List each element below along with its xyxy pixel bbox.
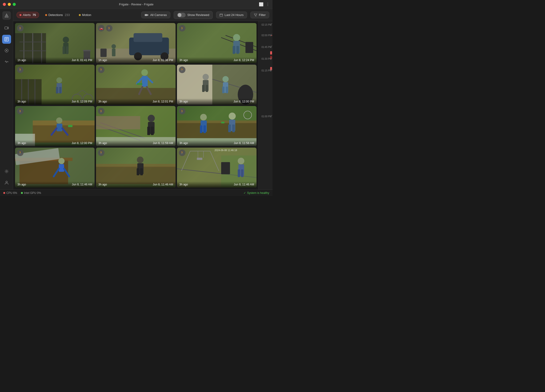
svg-rect-95 (200, 125, 202, 133)
gpu-status: Intel GPU 0% (21, 191, 41, 195)
alerts-dot (19, 14, 21, 16)
alerts-filter[interactable]: Alerts 75 (17, 12, 39, 18)
timeline-label-5: 01:15 PM (261, 69, 272, 72)
card-1-date: Jun 8, 01:41 PM (72, 59, 92, 62)
svg-rect-23 (134, 33, 162, 42)
filter-icon (254, 14, 257, 17)
video-card-12[interactable]: 2024-06-08 11:46:18 🚶 (177, 148, 256, 188)
minimize-button[interactable] (8, 3, 11, 6)
svg-text:2024-06-08 11:46:18: 2024-06-08 11:46:18 (215, 149, 237, 151)
video-card-4[interactable]: 🚶 3h ago Jun 8, 12:09 PM (15, 65, 95, 105)
svg-rect-90 (177, 123, 256, 138)
svg-rect-36 (245, 42, 253, 53)
card-1-time-ago: 1h ago (17, 59, 26, 62)
person-badge-5: 🚶 (98, 66, 105, 73)
svg-rect-130 (197, 158, 202, 160)
video-card-9[interactable]: 🚶 3h ago Jun 8, 11:58 AM (177, 106, 256, 146)
svg-point-4 (6, 50, 7, 51)
maximize-button[interactable] (13, 3, 16, 6)
svg-rect-44 (56, 87, 58, 93)
card-4-icons: 🚶 (17, 66, 24, 73)
svg-rect-68 (222, 86, 224, 93)
svg-rect-69 (226, 86, 228, 93)
svg-rect-1 (5, 27, 7, 29)
detections-filter[interactable]: Detections 233 (42, 12, 73, 18)
card-4-overlay: 3h ago Jun 8, 12:09 PM (15, 98, 95, 105)
svg-rect-64 (202, 85, 204, 92)
card-8-date: Jun 8, 11:59 AM (153, 141, 173, 145)
svg-rect-18 (66, 46, 68, 54)
camera-icon (145, 14, 149, 17)
sidebar-item-camera[interactable] (2, 24, 11, 32)
svg-rect-86 (147, 127, 150, 135)
extension-icon[interactable]: ⬜ (259, 2, 264, 6)
person-badge-2: 🚶 (106, 25, 112, 31)
card-12-overlay: 3h ago Jun 8, 11:46 AM (177, 181, 256, 187)
svg-point-107 (58, 158, 64, 164)
close-button[interactable] (3, 3, 6, 6)
card-2-overlay: 1h ago Jun 8, 01:36 PM (96, 57, 176, 63)
last-hours-button[interactable]: Last 24 Hours (216, 12, 247, 18)
svg-rect-76 (57, 124, 62, 131)
svg-rect-53 (142, 76, 148, 87)
svg-point-84 (148, 115, 155, 122)
show-reviewed-toggle[interactable] (177, 13, 186, 17)
card-2-time-ago: 1h ago (98, 59, 107, 62)
alerts-label: Alerts (23, 13, 31, 17)
calendar-icon (220, 13, 223, 17)
timeline-inner: 02:15 PM 02:00 PM 01:45 PM 01:30 PM (259, 21, 272, 189)
svg-rect-101 (221, 121, 224, 123)
card-9-time-ago: 3h ago (179, 141, 188, 145)
sidebar-item-activity[interactable] (2, 57, 11, 66)
card-5-time-ago: 3h ago (98, 100, 107, 103)
svg-point-52 (141, 69, 148, 76)
video-card-2[interactable]: 🚗 🚶 1h ago Jun 8, 01:36 PM (96, 23, 176, 63)
sidebar-item-settings[interactable] (2, 167, 11, 176)
timeline-sidebar: 02:15 PM 02:00 PM 01:45 PM 01:30 PM (258, 21, 272, 189)
svg-point-75 (56, 118, 62, 124)
sidebar-item-recordings[interactable] (2, 46, 11, 55)
window-controls[interactable] (3, 3, 16, 6)
svg-point-62 (203, 74, 209, 80)
video-card-1[interactable]: 🚶 1h ago Jun 8, 01:41 PM (15, 23, 95, 63)
card-6-icons: 🚶 (179, 66, 186, 73)
timeline-label-6: 01:00 PM (261, 115, 272, 118)
video-card-11[interactable]: 🚶 3h ago Jun 8, 11:46 AM (96, 148, 176, 188)
sidebar (0, 9, 13, 189)
svg-rect-99 (228, 125, 231, 132)
card-11-icons: 🚶 (98, 150, 105, 156)
video-card-10[interactable]: 🚶 3h ago Jun 8, 11:46 AM (15, 148, 95, 188)
card-5-icons: 🚶 (98, 66, 105, 73)
checkmark-icon: ✓ (244, 191, 246, 195)
motion-filter[interactable]: Motion (76, 12, 94, 18)
svg-rect-7 (145, 14, 147, 16)
card-12-icons: 🚶 (179, 150, 186, 156)
video-card-7[interactable]: 🚶 3h ago Jun 8, 12:00 PM (15, 106, 95, 146)
svg-point-42 (56, 77, 62, 83)
show-reviewed-button[interactable]: Show Reviewed (174, 11, 213, 19)
video-grid: 🚶 1h ago Jun 8, 01:41 PM (13, 21, 258, 189)
svg-rect-87 (151, 127, 154, 135)
card-7-overlay: 3h ago Jun 8, 12:00 PM (15, 140, 95, 146)
svg-point-0 (6, 16, 7, 17)
sidebar-item-user[interactable] (2, 178, 11, 187)
video-card-8[interactable]: 🚶 3h ago Jun 8, 11:59 AM (96, 106, 176, 146)
titlebar: Frigate - Review - Frigate ⬜ ⋮ (0, 0, 272, 9)
card-3-icons: 🚶 (179, 25, 186, 31)
gpu-label: Intel GPU 0% (24, 191, 41, 195)
video-card-3[interactable]: 🚶 3h ago Jun 8, 12:24 PM (177, 23, 256, 63)
card-10-time-ago: 3h ago (17, 183, 26, 186)
app-layout: Alerts 75 Detections 233 Motion All Came… (0, 9, 272, 189)
all-cameras-button[interactable]: All Cameras (141, 12, 170, 18)
card-10-overlay: 3h ago Jun 8, 11:46 AM (15, 181, 95, 187)
filter-button[interactable]: Filter (250, 12, 269, 18)
video-card-6[interactable]: 🚶 3h ago Jun 8, 12:00 PM (177, 65, 256, 105)
detections-count: 233 (65, 13, 70, 17)
menu-icon[interactable]: ⋮ (266, 2, 270, 6)
video-card-5[interactable]: 🚶 3h ago Jun 8, 12:01 PM (96, 65, 176, 105)
sidebar-item-review[interactable] (2, 35, 11, 44)
svg-rect-28 (100, 49, 107, 57)
svg-point-6 (6, 181, 7, 183)
svg-point-5 (6, 171, 7, 172)
svg-rect-116 (137, 168, 139, 175)
